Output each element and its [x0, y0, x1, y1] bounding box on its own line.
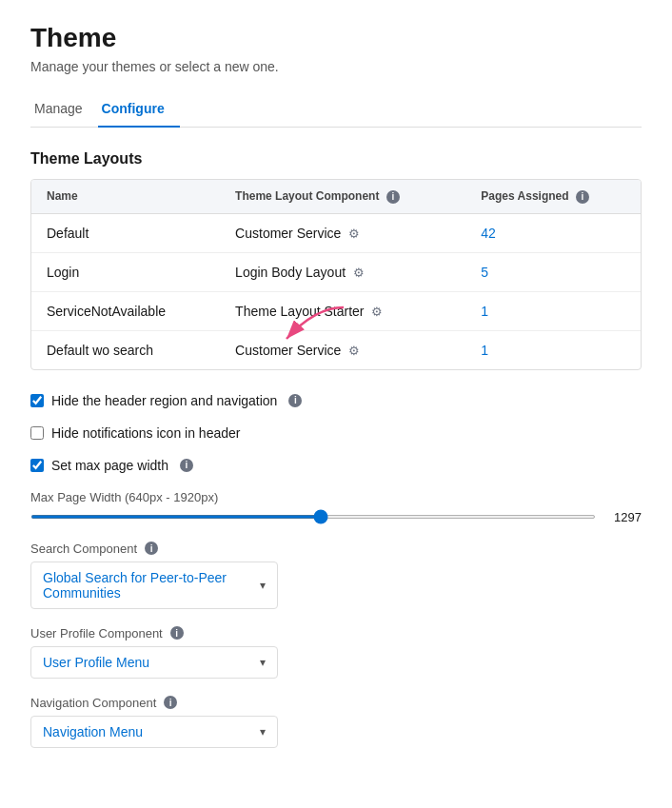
- search-component-dropdown[interactable]: Global Search for Peer-to-Peer Communiti…: [30, 562, 278, 609]
- gear-icon[interactable]: ⚙: [353, 266, 365, 280]
- search-component-section: Search Component i Global Search for Pee…: [30, 542, 642, 609]
- hide-header-label: Hide the header region and navigation: [51, 393, 277, 408]
- settings-section: Hide the header region and navigation i …: [30, 393, 642, 748]
- slider-value: 1297: [607, 510, 642, 524]
- row-pages[interactable]: 42: [465, 213, 641, 252]
- gear-icon[interactable]: ⚙: [348, 344, 360, 358]
- row-component: Theme Layout Starter ⚙: [220, 291, 465, 330]
- tab-manage[interactable]: Manage: [30, 93, 98, 128]
- tab-configure[interactable]: Configure: [98, 93, 180, 128]
- pages-info-icon: i: [576, 190, 589, 204]
- hide-header-checkbox[interactable]: [30, 394, 44, 407]
- tab-bar: Manage Configure: [30, 93, 642, 128]
- max-page-width-section: Max Page Width (640px - 1920px) 1297: [30, 490, 642, 524]
- col-name: Name: [31, 180, 220, 213]
- row-name: Default: [31, 213, 220, 252]
- gear-icon[interactable]: ⚙: [371, 305, 383, 319]
- row-pages[interactable]: 1: [465, 291, 641, 330]
- navigation-component-label: Navigation Component: [30, 696, 156, 710]
- row-name: Default wo search: [31, 330, 220, 369]
- chevron-down-icon: ▾: [260, 579, 266, 592]
- gear-icon[interactable]: ⚙: [348, 227, 360, 241]
- page-subtitle: Manage your themes or select a new one.: [30, 59, 642, 74]
- slider-row: 1297: [30, 510, 642, 524]
- set-max-width-checkbox[interactable]: [30, 459, 44, 472]
- set-max-width-row: Set max page width i: [30, 458, 642, 473]
- hide-notifications-row: Hide notifications icon in header: [30, 425, 642, 441]
- search-component-value: Global Search for Peer-to-Peer Communiti…: [43, 570, 260, 601]
- set-max-width-label: Set max page width: [51, 458, 168, 473]
- theme-layouts-table: Name Theme Layout Component i Pages Assi…: [30, 179, 642, 370]
- max-page-width-label: Max Page Width (640px - 1920px): [30, 490, 642, 504]
- row-component: Customer Service ⚙: [220, 213, 465, 252]
- navigation-component-dropdown[interactable]: Navigation Menu ▾: [30, 716, 278, 748]
- row-pages[interactable]: 1: [465, 330, 641, 369]
- row-component: Customer Service ⚙: [220, 330, 465, 369]
- navigation-component-value: Navigation Menu: [43, 724, 143, 739]
- table-row: Login Login Body Layout ⚙ 5: [31, 252, 641, 291]
- user-profile-component-label: User Profile Component: [30, 626, 163, 640]
- search-component-info-icon: i: [145, 542, 158, 555]
- row-name: ServiceNotAvailable: [31, 291, 220, 330]
- table-row: ServiceNotAvailable Theme Layout Starter…: [31, 291, 641, 330]
- hide-notifications-checkbox[interactable]: [30, 426, 44, 440]
- table-row: Default wo search Customer Service ⚙: [31, 330, 641, 369]
- table-row: Default Customer Service ⚙ 42: [31, 213, 641, 252]
- set-max-info-icon: i: [180, 459, 193, 472]
- theme-layouts-title: Theme Layouts: [30, 150, 642, 168]
- user-profile-component-dropdown[interactable]: User Profile Menu ▾: [30, 646, 278, 679]
- user-profile-component-section: User Profile Component i User Profile Me…: [30, 626, 642, 679]
- chevron-down-icon: ▾: [260, 725, 266, 739]
- search-component-label: Search Component: [30, 542, 137, 556]
- col-pages: Pages Assigned i: [465, 180, 641, 213]
- col-component: Theme Layout Component i: [220, 180, 465, 213]
- navigation-component-info-icon: i: [164, 696, 177, 709]
- navigation-component-section: Navigation Component i Navigation Menu ▾: [30, 696, 642, 748]
- row-pages[interactable]: 5: [465, 252, 641, 291]
- max-page-width-slider[interactable]: [30, 515, 596, 519]
- hide-header-row: Hide the header region and navigation i: [30, 393, 642, 408]
- component-info-icon: i: [386, 190, 400, 204]
- hide-header-info-icon: i: [288, 394, 302, 407]
- page-title: Theme: [30, 23, 642, 53]
- user-profile-component-info-icon: i: [170, 626, 184, 640]
- row-name: Login: [31, 252, 220, 291]
- hide-notifications-label: Hide notifications icon in header: [51, 425, 240, 441]
- chevron-down-icon: ▾: [260, 656, 266, 669]
- row-component: Login Body Layout ⚙: [220, 252, 465, 291]
- user-profile-component-value: User Profile Menu: [43, 655, 149, 670]
